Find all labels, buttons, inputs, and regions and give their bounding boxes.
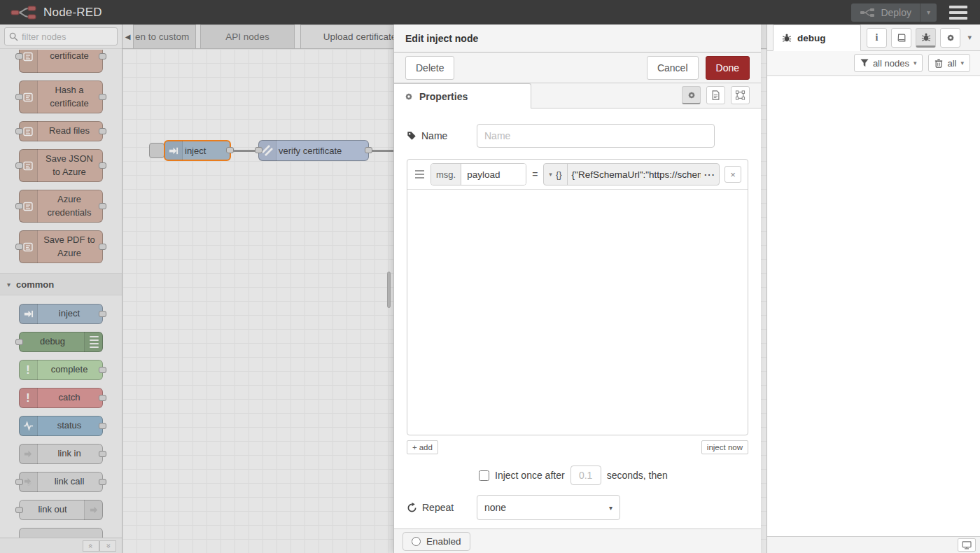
add-property-button[interactable]: +add <box>407 440 438 454</box>
canvas-vertical-scrollbar[interactable] <box>387 272 391 308</box>
plus-icon: + <box>412 443 417 451</box>
node-input-port <box>15 339 23 345</box>
palette-node[interactable]: Read files <box>19 121 103 141</box>
deploy-button[interactable]: Deploy ▾ <box>851 4 937 22</box>
tab-debug-label: debug <box>797 33 826 43</box>
flow-tab-label: Upload certificate <box>323 31 396 42</box>
node-input-port[interactable] <box>255 147 262 153</box>
equals-operator: = <box>531 169 538 180</box>
filter-nodes-input[interactable] <box>22 31 113 42</box>
inject-now-button[interactable]: inject now <box>701 440 748 454</box>
palette-node[interactable]: Save PDF to Azure <box>19 230 103 263</box>
bug-icon <box>782 33 792 43</box>
node-input-port <box>15 203 23 209</box>
deploy-options-caret[interactable]: ▾ <box>920 4 937 22</box>
tab-properties-label: Properties <box>419 91 468 102</box>
sidebar-footer <box>767 536 980 553</box>
inject-once-delay-input[interactable] <box>570 465 601 485</box>
canvas-node-label: verify certificate <box>274 146 368 156</box>
open-debug-window-button[interactable] <box>958 538 976 552</box>
tab-scroll-left-button[interactable]: ◀ <box>122 24 133 48</box>
canvas-node-label: inject <box>181 146 230 156</box>
tab-debug-button[interactable] <box>916 28 936 48</box>
debug-filter-button[interactable]: all nodes ▾ <box>854 54 923 72</box>
inject-icon <box>164 141 183 160</box>
toggle-circle-icon <box>412 537 421 546</box>
payload-rule-row: msg. = ▾ {} {"RefSchemaUrl":"https://sch… <box>407 160 748 190</box>
caret-down-icon: ▾ <box>927 8 930 16</box>
caret-down-icon: ▾ <box>609 504 612 512</box>
palette-node-label: Save JSON to Azure <box>36 153 102 179</box>
repeat-icon <box>407 503 417 513</box>
sidebar-menu-caret[interactable]: ▾ <box>965 30 974 45</box>
caret-down-icon: ▾ <box>913 59 917 66</box>
done-button[interactable]: Done <box>706 56 750 80</box>
palette-category-common[interactable]: ▾ common <box>0 273 122 295</box>
caret-down-icon: ▾ <box>549 171 552 178</box>
enabled-toggle[interactable]: Enabled <box>402 532 470 551</box>
canvas-node-inject[interactable]: inject <box>164 140 231 161</box>
flow-tab-1[interactable]: en to custom <box>133 24 196 48</box>
debug-clear-button[interactable]: all ▾ <box>928 54 970 72</box>
node-appearance-button[interactable] <box>731 86 750 104</box>
palette-node-clipped[interactable] <box>19 528 103 538</box>
tab-debug[interactable]: debug <box>773 24 861 51</box>
canvas-node-verify-certificate[interactable]: verify certificate <box>258 140 369 161</box>
deploy-button-main[interactable]: Deploy <box>851 4 920 22</box>
expand-editor-button[interactable]: ··· <box>701 164 719 185</box>
payload-value-field[interactable]: {"RefSchemaUrl":"https://schema <box>568 164 701 185</box>
cancel-button[interactable]: Cancel <box>647 56 699 80</box>
palette-node-complete[interactable]: ! complete <box>19 360 103 380</box>
collapse-categories-button[interactable]: « <box>83 540 99 552</box>
edit-properties-button[interactable] <box>682 86 701 104</box>
palette-node-debug[interactable]: debug <box>19 332 103 352</box>
tab-config-button[interactable] <box>940 28 960 48</box>
node-red-logo-icon <box>10 5 38 20</box>
repeat-select[interactable]: none ▾ <box>477 495 620 520</box>
debug-toolbar: all nodes ▾ all ▾ <box>767 51 980 76</box>
palette-node[interactable]: Hash a certificate <box>19 80 103 113</box>
palette-node[interactable]: Azure credentials <box>19 190 103 223</box>
book-icon <box>897 33 906 43</box>
tab-help-button[interactable] <box>891 28 911 48</box>
inject-once-row: Inject once after seconds, then <box>479 465 748 485</box>
palette-node-link-in[interactable]: link in <box>19 444 103 464</box>
funnel-icon <box>860 59 869 67</box>
expand-categories-button[interactable]: « <box>99 540 116 552</box>
palette-node[interactable]: Save JSON to Azure <box>19 149 103 182</box>
flow-tab-label: API nodes <box>225 31 269 42</box>
list-footer: +add inject now <box>407 440 748 454</box>
delete-button[interactable]: Delete <box>405 56 454 80</box>
node-output-port[interactable] <box>365 147 372 153</box>
name-input[interactable] <box>477 124 715 148</box>
edit-description-button[interactable] <box>706 86 725 104</box>
flow-tab-2[interactable]: API nodes <box>200 24 295 48</box>
palette-node-status[interactable]: status <box>19 416 103 436</box>
monitor-icon <box>962 541 972 550</box>
tray-toolbar: Delete Cancel Done <box>394 52 761 83</box>
node-input-port <box>15 479 23 485</box>
tab-info-button[interactable]: i <box>867 28 887 48</box>
msg-property-input[interactable] <box>461 164 526 185</box>
palette-node-link-out[interactable]: link out <box>19 500 103 520</box>
typed-input-type-select[interactable]: ▾ {} <box>544 164 567 185</box>
repeat-row: Repeat none ▾ <box>407 495 748 520</box>
palette-search-box[interactable] <box>4 27 118 46</box>
remove-property-button[interactable]: × <box>724 166 741 183</box>
tray-footer: Enabled <box>394 528 761 553</box>
debug-icon <box>84 332 103 352</box>
node-output-port[interactable] <box>226 147 234 153</box>
palette-node[interactable]: certificate <box>19 50 103 73</box>
inject-node-button[interactable] <box>149 143 164 158</box>
palette-node-catch[interactable]: ! catch <box>19 388 103 408</box>
exclamation-icon: ! <box>19 388 38 408</box>
tab-properties[interactable]: Properties <box>394 83 531 108</box>
msg-prefix-label: msg. <box>431 164 461 185</box>
app-title: Node-RED <box>43 6 102 20</box>
main-menu-button[interactable] <box>949 6 967 20</box>
palette-node-link-call[interactable]: link call <box>19 472 103 492</box>
inject-once-checkbox[interactable] <box>479 470 489 481</box>
palette-node-inject[interactable]: inject <box>19 304 103 324</box>
flow-tab-label: en to custom <box>135 31 189 42</box>
drag-handle-icon[interactable] <box>414 167 426 181</box>
